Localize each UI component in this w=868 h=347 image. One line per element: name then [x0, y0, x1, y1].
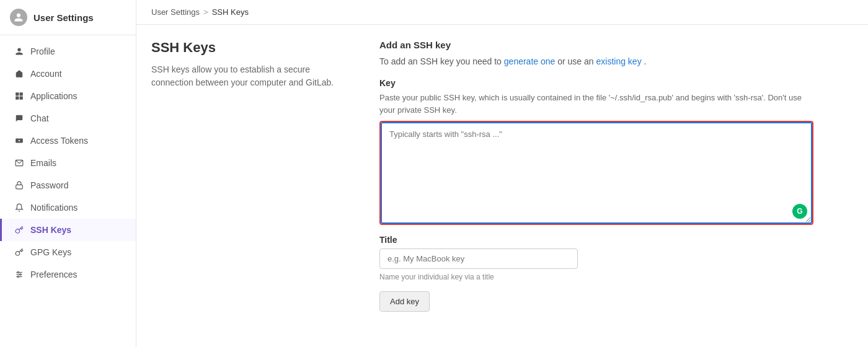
sidebar-item-label: Emails [30, 158, 56, 168]
existing-key-link[interactable]: existing key [596, 56, 642, 66]
gpg-key-icon [14, 247, 24, 257]
key-field-description: Paste your public SSH key, which is usua… [379, 92, 813, 116]
sidebar-item-chat[interactable]: Chat [0, 107, 136, 130]
intro-text-middle: or use an [557, 56, 596, 66]
title-field-label: Title [379, 235, 813, 245]
svg-point-13 [17, 276, 19, 277]
sidebar-item-preferences[interactable]: Preferences [0, 263, 136, 286]
sidebar: User Settings Profile Account Applicatio… [0, 0, 136, 347]
svg-rect-2 [16, 97, 19, 100]
sidebar-item-emails[interactable]: Emails [0, 152, 136, 174]
sidebar-item-applications[interactable]: Applications [0, 85, 136, 107]
sidebar-item-password[interactable]: Password [0, 174, 136, 196]
ssh-key-icon [14, 225, 24, 235]
chat-icon [14, 113, 24, 123]
breadcrumb-parent[interactable]: User Settings [151, 7, 200, 17]
token-icon [14, 136, 24, 146]
sidebar-item-gpg-keys[interactable]: GPG Keys [0, 241, 136, 263]
page-description: SSH keys allow you to establish a secure… [151, 63, 350, 89]
add-section-title: Add an SSH key [379, 40, 813, 50]
sidebar-item-label: GPG Keys [30, 247, 71, 257]
sidebar-item-notifications[interactable]: Notifications [0, 196, 136, 219]
content-area: SSH Keys SSH keys allow you to establish… [136, 25, 868, 327]
sidebar-item-label: Preferences [30, 270, 77, 279]
preferences-icon [14, 270, 24, 279]
ssh-key-textarea[interactable] [382, 123, 811, 222]
sidebar-item-label: Access Tokens [30, 136, 88, 146]
intro-text-end: . [644, 56, 647, 66]
intro-text-before: To add an SSH key you need to [379, 56, 504, 66]
add-key-button[interactable]: Add key [379, 291, 430, 312]
email-icon [14, 158, 24, 168]
sidebar-nav: Profile Account Applications Chat [0, 35, 136, 291]
sidebar-item-account[interactable]: Account [0, 63, 136, 85]
main-content: User Settings > SSH Keys SSH Keys SSH ke… [136, 0, 868, 347]
ssh-key-textarea-inner [381, 122, 812, 224]
sidebar-item-label: SSH Keys [30, 225, 71, 235]
svg-rect-3 [20, 97, 23, 100]
ssh-key-textarea-wrapper: G [379, 121, 813, 225]
sidebar-item-label: Notifications [30, 203, 78, 213]
account-icon [14, 69, 24, 79]
sidebar-item-label: Chat [30, 113, 49, 123]
svg-point-11 [17, 271, 19, 273]
svg-point-12 [20, 274, 21, 275]
sidebar-title: User Settings [33, 12, 94, 23]
sidebar-item-label: Profile [30, 46, 55, 56]
right-panel: Add an SSH key To add an SSH key you nee… [379, 40, 813, 312]
sidebar-item-profile[interactable]: Profile [0, 40, 136, 63]
breadcrumb-separator: > [203, 7, 208, 17]
applications-icon [14, 91, 24, 101]
generate-one-link[interactable]: generate one [504, 56, 556, 66]
user-avatar-icon [10, 9, 27, 26]
svg-rect-0 [16, 92, 19, 95]
bell-icon [14, 203, 24, 213]
sidebar-item-label: Password [30, 180, 68, 190]
breadcrumb: User Settings > SSH Keys [136, 0, 868, 25]
sidebar-item-label: Account [30, 69, 62, 79]
svg-rect-1 [20, 92, 23, 95]
breadcrumb-current: SSH Keys [212, 7, 249, 17]
svg-rect-7 [16, 185, 23, 188]
key-field-label: Key [379, 78, 813, 88]
title-hint: Name your individual key via a title [379, 273, 813, 281]
title-input[interactable] [379, 248, 578, 269]
left-panel: SSH Keys SSH keys allow you to establish… [151, 40, 350, 312]
profile-icon [14, 46, 24, 56]
sidebar-header: User Settings [0, 0, 136, 35]
lock-icon [14, 180, 24, 190]
sidebar-item-label: Applications [30, 91, 78, 101]
sidebar-item-access-tokens[interactable]: Access Tokens [0, 130, 136, 152]
grammarly-icon: G [792, 204, 807, 219]
svg-point-5 [19, 140, 20, 141]
sidebar-item-ssh-keys[interactable]: SSH Keys [0, 219, 136, 241]
add-intro: To add an SSH key you need to generate o… [379, 55, 813, 68]
page-title: SSH Keys [151, 40, 350, 56]
